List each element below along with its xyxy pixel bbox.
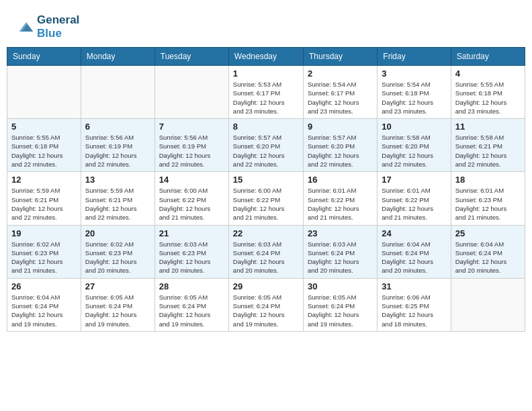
- calendar-cell: 9Sunrise: 5:57 AM Sunset: 6:20 PM Daylig…: [303, 119, 377, 172]
- header: General Blue: [7, 7, 525, 44]
- day-number: 17: [382, 175, 446, 185]
- day-number: 18: [455, 175, 521, 185]
- calendar-cell: 17Sunrise: 6:01 AM Sunset: 6:22 PM Dayli…: [378, 172, 451, 225]
- calendar-cell: 24Sunrise: 6:04 AM Sunset: 6:24 PM Dayli…: [378, 225, 451, 278]
- calendar-week-row: 19Sunrise: 6:02 AM Sunset: 6:23 PM Dayli…: [7, 225, 525, 278]
- day-info: Sunrise: 5:55 AM Sunset: 6:18 PM Dayligh…: [455, 80, 521, 116]
- logo: General Blue: [17, 13, 79, 40]
- day-info: Sunrise: 6:05 AM Sunset: 6:24 PM Dayligh…: [85, 293, 150, 328]
- day-number: 11: [455, 122, 521, 132]
- calendar-cell: 31Sunrise: 6:06 AM Sunset: 6:25 PM Dayli…: [378, 278, 451, 331]
- calendar-cell: [7, 66, 81, 119]
- day-number: 19: [11, 228, 77, 238]
- calendar-cell: 30Sunrise: 6:05 AM Sunset: 6:24 PM Dayli…: [303, 278, 377, 331]
- day-info: Sunrise: 6:03 AM Sunset: 6:24 PM Dayligh…: [308, 240, 373, 275]
- column-header-sunday: Sunday: [7, 48, 81, 66]
- calendar-cell: 20Sunrise: 6:02 AM Sunset: 6:23 PM Dayli…: [81, 225, 154, 278]
- calendar-week-row: 26Sunrise: 6:04 AM Sunset: 6:24 PM Dayli…: [7, 278, 525, 331]
- logo-text: General Blue: [37, 13, 79, 40]
- calendar-cell: 3Sunrise: 5:54 AM Sunset: 6:18 PM Daylig…: [378, 66, 451, 119]
- column-header-wednesday: Wednesday: [228, 48, 303, 66]
- day-info: Sunrise: 6:03 AM Sunset: 6:24 PM Dayligh…: [233, 240, 299, 275]
- day-info: Sunrise: 5:56 AM Sunset: 6:19 PM Dayligh…: [159, 133, 224, 169]
- calendar-cell: 12Sunrise: 5:59 AM Sunset: 6:21 PM Dayli…: [7, 172, 81, 225]
- day-number: 13: [85, 175, 150, 185]
- column-header-friday: Friday: [378, 48, 451, 66]
- day-number: 5: [11, 122, 77, 132]
- day-number: 23: [308, 228, 373, 238]
- day-info: Sunrise: 5:57 AM Sunset: 6:20 PM Dayligh…: [308, 133, 373, 169]
- calendar-cell: 16Sunrise: 6:01 AM Sunset: 6:22 PM Dayli…: [303, 172, 377, 225]
- day-info: Sunrise: 5:58 AM Sunset: 6:21 PM Dayligh…: [455, 133, 521, 169]
- day-info: Sunrise: 5:53 AM Sunset: 6:17 PM Dayligh…: [233, 80, 299, 116]
- day-info: Sunrise: 6:05 AM Sunset: 6:24 PM Dayligh…: [308, 293, 373, 328]
- day-number: 25: [455, 228, 521, 238]
- column-header-tuesday: Tuesday: [154, 48, 228, 66]
- logo-icon: [17, 17, 36, 36]
- calendar-cell: 8Sunrise: 5:57 AM Sunset: 6:20 PM Daylig…: [228, 119, 303, 172]
- calendar-week-row: 12Sunrise: 5:59 AM Sunset: 6:21 PM Dayli…: [7, 172, 525, 225]
- day-number: 8: [233, 122, 299, 132]
- column-header-saturday: Saturday: [451, 48, 525, 66]
- day-info: Sunrise: 6:04 AM Sunset: 6:24 PM Dayligh…: [455, 240, 521, 275]
- day-info: Sunrise: 6:01 AM Sunset: 6:22 PM Dayligh…: [382, 186, 446, 222]
- calendar-table: SundayMondayTuesdayWednesdayThursdayFrid…: [7, 47, 525, 332]
- calendar-cell: 15Sunrise: 6:00 AM Sunset: 6:22 PM Dayli…: [228, 172, 303, 225]
- day-number: 12: [11, 175, 77, 185]
- day-info: Sunrise: 6:04 AM Sunset: 6:24 PM Dayligh…: [382, 240, 446, 275]
- day-number: 15: [233, 175, 299, 185]
- day-number: 21: [159, 228, 224, 238]
- day-info: Sunrise: 6:06 AM Sunset: 6:25 PM Dayligh…: [382, 293, 446, 328]
- day-info: Sunrise: 5:58 AM Sunset: 6:20 PM Dayligh…: [382, 133, 446, 169]
- column-header-thursday: Thursday: [303, 48, 377, 66]
- calendar-cell: 21Sunrise: 6:03 AM Sunset: 6:23 PM Dayli…: [154, 225, 228, 278]
- day-number: 7: [159, 122, 224, 132]
- day-number: 10: [382, 122, 446, 132]
- calendar-cell: 1Sunrise: 5:53 AM Sunset: 6:17 PM Daylig…: [228, 66, 303, 119]
- calendar-week-row: 5Sunrise: 5:55 AM Sunset: 6:18 PM Daylig…: [7, 119, 525, 172]
- column-header-monday: Monday: [81, 48, 154, 66]
- calendar-cell: 5Sunrise: 5:55 AM Sunset: 6:18 PM Daylig…: [7, 119, 81, 172]
- day-info: Sunrise: 5:54 AM Sunset: 6:18 PM Dayligh…: [382, 80, 446, 116]
- calendar-cell: 26Sunrise: 6:04 AM Sunset: 6:24 PM Dayli…: [7, 278, 81, 331]
- day-info: Sunrise: 6:03 AM Sunset: 6:23 PM Dayligh…: [159, 240, 224, 275]
- day-info: Sunrise: 6:04 AM Sunset: 6:24 PM Dayligh…: [11, 293, 77, 328]
- day-info: Sunrise: 6:02 AM Sunset: 6:23 PM Dayligh…: [85, 240, 150, 275]
- calendar-cell: 28Sunrise: 6:05 AM Sunset: 6:24 PM Dayli…: [154, 278, 228, 331]
- day-number: 20: [85, 228, 150, 238]
- calendar-header-row: SundayMondayTuesdayWednesdayThursdayFrid…: [7, 48, 525, 66]
- calendar-cell: [81, 66, 154, 119]
- calendar-cell: 11Sunrise: 5:58 AM Sunset: 6:21 PM Dayli…: [451, 119, 525, 172]
- calendar-cell: 27Sunrise: 6:05 AM Sunset: 6:24 PM Dayli…: [81, 278, 154, 331]
- calendar-cell: 19Sunrise: 6:02 AM Sunset: 6:23 PM Dayli…: [7, 225, 81, 278]
- calendar-cell: 4Sunrise: 5:55 AM Sunset: 6:18 PM Daylig…: [451, 66, 525, 119]
- day-info: Sunrise: 6:00 AM Sunset: 6:22 PM Dayligh…: [159, 186, 224, 222]
- day-info: Sunrise: 6:01 AM Sunset: 6:23 PM Dayligh…: [455, 186, 521, 222]
- day-info: Sunrise: 6:00 AM Sunset: 6:22 PM Dayligh…: [233, 186, 299, 222]
- day-number: 22: [233, 228, 299, 238]
- day-number: 3: [382, 68, 446, 79]
- day-number: 1: [233, 68, 299, 79]
- day-number: 14: [159, 175, 224, 185]
- day-info: Sunrise: 5:55 AM Sunset: 6:18 PM Dayligh…: [11, 133, 77, 169]
- calendar-cell: 6Sunrise: 5:56 AM Sunset: 6:19 PM Daylig…: [81, 119, 154, 172]
- calendar-cell: [154, 66, 228, 119]
- calendar-cell: 13Sunrise: 5:59 AM Sunset: 6:21 PM Dayli…: [81, 172, 154, 225]
- day-number: 9: [308, 122, 373, 132]
- day-info: Sunrise: 5:59 AM Sunset: 6:21 PM Dayligh…: [11, 186, 77, 222]
- calendar-cell: 2Sunrise: 5:54 AM Sunset: 6:17 PM Daylig…: [303, 66, 377, 119]
- day-number: 4: [455, 68, 521, 79]
- day-info: Sunrise: 5:59 AM Sunset: 6:21 PM Dayligh…: [85, 186, 150, 222]
- calendar-cell: 10Sunrise: 5:58 AM Sunset: 6:20 PM Dayli…: [378, 119, 451, 172]
- day-info: Sunrise: 6:02 AM Sunset: 6:23 PM Dayligh…: [11, 240, 77, 275]
- calendar-cell: 29Sunrise: 6:05 AM Sunset: 6:24 PM Dayli…: [228, 278, 303, 331]
- day-number: 28: [159, 281, 224, 291]
- day-number: 2: [308, 68, 373, 79]
- calendar-cell: 22Sunrise: 6:03 AM Sunset: 6:24 PM Dayli…: [228, 225, 303, 278]
- day-number: 24: [382, 228, 446, 238]
- day-info: Sunrise: 6:01 AM Sunset: 6:22 PM Dayligh…: [308, 186, 373, 222]
- day-info: Sunrise: 5:57 AM Sunset: 6:20 PM Dayligh…: [233, 133, 299, 169]
- calendar-cell: 7Sunrise: 5:56 AM Sunset: 6:19 PM Daylig…: [154, 119, 228, 172]
- day-number: 31: [382, 281, 446, 291]
- calendar-cell: 25Sunrise: 6:04 AM Sunset: 6:24 PM Dayli…: [451, 225, 525, 278]
